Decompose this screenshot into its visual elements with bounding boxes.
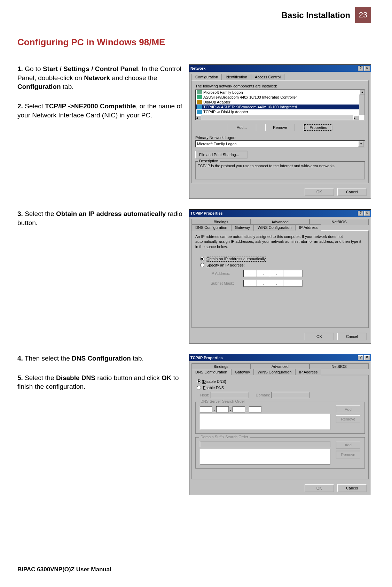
scroll-left-icon[interactable]: ◂ bbox=[196, 115, 201, 120]
step-2: 2. Select TCP/IP ->NE2000 Compatible, or… bbox=[17, 102, 184, 119]
tab-netbios[interactable]: NetBIOS bbox=[309, 363, 369, 369]
primary-logon-dropdown[interactable]: Microsoft Family Logon ▾ bbox=[195, 140, 365, 147]
tab-advanced[interactable]: Advanced bbox=[251, 219, 310, 225]
scroll-right-icon[interactable]: ▸ bbox=[353, 115, 359, 120]
add-button: Add bbox=[336, 441, 360, 449]
help-icon[interactable]: ? bbox=[358, 211, 363, 216]
suffix-order-label: Domain Suffix Search Order bbox=[199, 435, 250, 439]
radio-specify-ip[interactable] bbox=[200, 263, 204, 267]
radio-enable-dns[interactable] bbox=[197, 386, 201, 390]
radio-disable-dns-label: Disable DNS bbox=[203, 379, 225, 384]
remove-button[interactable]: Remove bbox=[265, 124, 295, 131]
cancel-button[interactable]: Cancel bbox=[337, 188, 367, 196]
description-text: TCP/IP is the protocol you use to connec… bbox=[198, 164, 336, 168]
radio-obtain-ip-label: Obtain an IP address automatically bbox=[206, 257, 266, 261]
network-dialog: Network ? × Configuration Identification… bbox=[189, 64, 371, 199]
dialog-title: Network bbox=[190, 66, 205, 70]
tab-netbios[interactable]: NetBIOS bbox=[309, 219, 369, 225]
page-number-badge: 23 bbox=[355, 7, 371, 23]
add-button: Add bbox=[336, 406, 360, 413]
dns-order-label: DNS Server Search Order bbox=[199, 399, 246, 403]
manual-footer: BiPAC 6300VNP(O)Z User Manual bbox=[17, 566, 111, 573]
radio-enable-dns-label: Enable DNS bbox=[203, 386, 224, 390]
host-label: Host: bbox=[200, 393, 209, 397]
ok-button[interactable]: OK bbox=[305, 188, 334, 196]
close-icon[interactable]: × bbox=[364, 355, 370, 360]
chapter-title: Basic Installation bbox=[282, 10, 350, 20]
file-print-sharing-button[interactable]: File and Print Sharing... bbox=[195, 151, 248, 159]
protocol-icon bbox=[197, 105, 202, 109]
close-icon[interactable]: × bbox=[364, 66, 370, 71]
domain-label: Domain: bbox=[256, 393, 270, 397]
dialog-title: TCP/IP Properties bbox=[190, 211, 223, 215]
tab-bindings[interactable]: Bindings bbox=[191, 363, 251, 369]
tab-ip-address[interactable]: IP Address bbox=[295, 369, 321, 375]
step-3: 3. Select the Obtain an IP address autom… bbox=[17, 209, 184, 227]
tab-bindings[interactable]: Bindings bbox=[191, 219, 251, 225]
tab-configuration[interactable]: Configuration bbox=[191, 74, 222, 80]
step-1: 1. Go to Start / Settings / Control Pane… bbox=[17, 64, 184, 91]
components-list[interactable]: ▴ Microsoft Family Logon ASUSTeK/Broadco… bbox=[195, 90, 365, 120]
list-item[interactable]: Dial-Up Adapter bbox=[196, 100, 364, 105]
tcpip-dns-dialog: TCP/IP Properties ? × Bindings Advanced … bbox=[189, 354, 371, 495]
dns-server-input: ... bbox=[200, 406, 330, 412]
section-title: Configuring PC in Windows 98/ME bbox=[17, 37, 371, 48]
step-5: 5. Select the Disable DNS radio button a… bbox=[17, 373, 184, 391]
host-field bbox=[211, 392, 249, 398]
scroll-track[interactable] bbox=[201, 115, 353, 120]
cancel-button[interactable]: Cancel bbox=[337, 333, 367, 340]
tab-ip-address[interactable]: IP Address bbox=[295, 224, 321, 231]
remove-button: Remove bbox=[336, 415, 360, 423]
list-item[interactable]: TCP/IP -> Dial-Up Adapter bbox=[196, 109, 364, 114]
components-label: The following network components are ins… bbox=[195, 84, 365, 88]
ip-address-field: ... bbox=[243, 270, 303, 277]
scroll-up-icon[interactable]: ▴ bbox=[359, 90, 365, 95]
domain-field bbox=[272, 392, 310, 398]
help-icon[interactable]: ? bbox=[358, 355, 363, 360]
help-icon[interactable]: ? bbox=[358, 66, 363, 71]
subnet-mask-label: Subnet Mask: bbox=[211, 281, 243, 285]
tab-wins-config[interactable]: WINS Configuration bbox=[254, 369, 295, 375]
properties-button[interactable]: Properties bbox=[304, 124, 333, 131]
tcpip-ip-dialog: TCP/IP Properties ? × Bindings Advanced … bbox=[189, 209, 371, 343]
tab-gateway[interactable]: Gateway bbox=[231, 369, 254, 375]
description-label: Description bbox=[198, 159, 220, 164]
cancel-button[interactable]: Cancel bbox=[337, 484, 367, 492]
list-item[interactable]: ASUSTeK/Broadcom 440x 10/100 Integrated … bbox=[196, 95, 364, 100]
dns-server-list bbox=[200, 414, 330, 430]
nic-icon bbox=[197, 95, 202, 99]
close-icon[interactable]: × bbox=[364, 211, 370, 216]
remove-button: Remove bbox=[336, 451, 360, 458]
add-button[interactable]: Add... bbox=[227, 124, 256, 131]
ip-intro-text: An IP address can be automatically assig… bbox=[195, 234, 365, 249]
list-item[interactable]: Microsoft Family Logon bbox=[196, 90, 364, 95]
suffix-list bbox=[200, 449, 330, 465]
tab-wins-config[interactable]: WINS Configuration bbox=[254, 224, 295, 231]
suffix-input bbox=[200, 441, 330, 447]
adapter-icon bbox=[197, 100, 202, 104]
radio-disable-dns[interactable] bbox=[197, 379, 201, 384]
dialog-title: TCP/IP Properties bbox=[190, 356, 223, 360]
tab-dns-config[interactable]: DNS Configuration bbox=[191, 224, 231, 231]
tab-access-control[interactable]: Access Control bbox=[251, 74, 284, 80]
dropdown-value: Microsoft Family Logon bbox=[197, 142, 237, 146]
primary-logon-label: Primary Network Logon: bbox=[195, 136, 365, 140]
radio-specify-ip-label: Specify an IP address: bbox=[206, 263, 245, 267]
radio-obtain-ip[interactable] bbox=[200, 257, 204, 261]
step-4: 4. Then select the DNS Configuration tab… bbox=[17, 354, 184, 363]
ip-address-label: IP Address: bbox=[211, 271, 243, 276]
list-item[interactable]: TCP/IP -> ASUSTeK/Broadcom 440x 10/100 I… bbox=[196, 105, 364, 109]
chevron-down-icon[interactable]: ▾ bbox=[358, 141, 364, 147]
tab-gateway[interactable]: Gateway bbox=[231, 224, 254, 231]
ok-button[interactable]: OK bbox=[305, 484, 334, 492]
tab-identification[interactable]: Identification bbox=[222, 74, 251, 80]
protocol-icon bbox=[197, 110, 202, 114]
tab-dns-config[interactable]: DNS Configuration bbox=[191, 369, 231, 375]
tab-advanced[interactable]: Advanced bbox=[251, 363, 310, 369]
subnet-mask-field: ... bbox=[243, 280, 303, 287]
logon-icon bbox=[197, 90, 202, 94]
ok-button[interactable]: OK bbox=[305, 333, 334, 340]
